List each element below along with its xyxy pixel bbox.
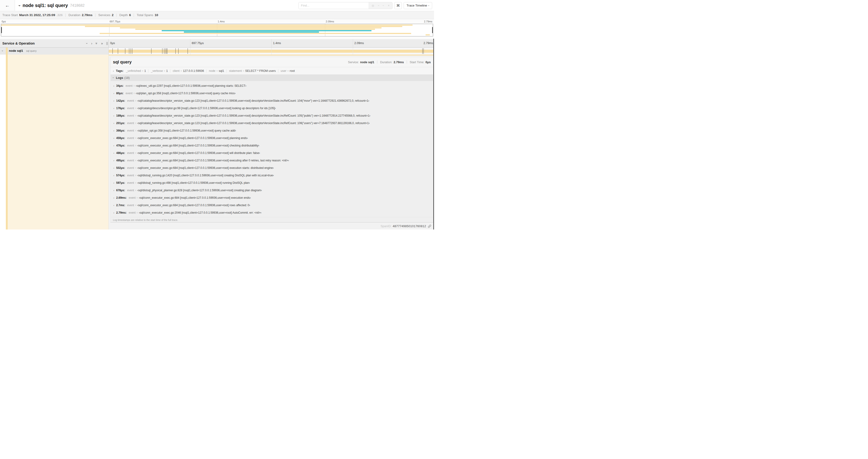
span-row-name-cell[interactable]: › node sql1 sql query — [0, 47, 109, 55]
span-detail-zone: sql query Service:node sql1 Duration:2.7… — [0, 55, 434, 230]
log-row[interactable]: ›2.7ms:event=‹sql/conn_executor_exec.go:… — [111, 201, 433, 209]
minimap-span-bar — [100, 33, 411, 34]
minimap-ruler-label: 2.09ms — [326, 20, 334, 23]
expand-one-icon[interactable]: › — [91, 41, 92, 45]
span-collapse-icon[interactable]: › — [1, 51, 4, 51]
log-expand-icon[interactable]: › — [114, 196, 116, 199]
span-id-value: 4877749850101760812 — [393, 224, 426, 228]
minimap-left-handle[interactable] — [1, 27, 2, 33]
log-field-key: event — [127, 174, 134, 177]
log-expand-icon[interactable]: › — [114, 189, 116, 192]
summary-label: Duration — [68, 13, 80, 17]
detail-left-gutter — [0, 55, 109, 230]
log-row[interactable]: ›2.79ms:event=‹sql/conn_executor_exec.go… — [111, 209, 433, 217]
log-field-value: ‹sql/conn_executor_exec.go:2046 [nsql1,c… — [139, 211, 261, 214]
find-prev-icon[interactable]: › — [377, 5, 380, 6]
equals-sign: = — [287, 69, 289, 72]
minimap-span-bar — [85, 26, 402, 27]
log-row[interactable]: ›189μs:event=‹sql/catalog/lease/descript… — [111, 112, 433, 120]
log-row[interactable]: ›597μs:event=‹sql/distsql_running.go:498… — [111, 179, 433, 187]
collapse-all-icon[interactable]: » — [95, 42, 98, 44]
log-expand-icon[interactable]: › — [114, 174, 116, 177]
ruler-tick-label: 2.79ms — [424, 41, 433, 45]
log-expand-icon[interactable]: › — [114, 92, 116, 95]
minimap-span-bar — [120, 27, 381, 28]
deep-link-icon[interactable] — [428, 225, 431, 228]
tag-value: root — [290, 69, 295, 72]
minimap-canvas[interactable] — [1, 24, 433, 36]
find-input[interactable] — [299, 2, 369, 9]
log-row[interactable]: ›176μs:event=‹sql/catalog/descs/descript… — [111, 104, 433, 112]
log-row[interactable]: ›495μs:event=‹sql/conn_executor_exec.go:… — [111, 157, 433, 164]
log-expand-icon[interactable]: › — [114, 211, 116, 214]
span-row-bar-cell[interactable] — [109, 47, 434, 55]
log-expand-icon[interactable]: › — [114, 204, 116, 207]
ruler-tick-label: 0μs — [109, 39, 190, 47]
trace-timeline-page: ← › node sql1: sql query 7418682 ◎ › › ×… — [0, 0, 434, 230]
log-row[interactable]: ›574μs:event=‹sql/distsql_running.go:142… — [111, 172, 433, 179]
tag-key: client — [173, 69, 180, 72]
minimap-right-handle[interactable] — [432, 27, 433, 33]
log-expand-icon[interactable]: › — [114, 167, 116, 169]
log-row[interactable]: ›502μs:event=‹sql/conn_executor_exec.go:… — [111, 164, 433, 172]
log-marker-tick — [178, 48, 179, 54]
log-field-value: ‹sql/plan_opt.go:358 [nsql1,client=127.0… — [136, 92, 236, 95]
log-expand-icon[interactable]: › — [114, 129, 116, 132]
log-expand-icon[interactable]: › — [114, 144, 116, 147]
view-selector-button[interactable]: Trace Timeline › — [404, 2, 432, 9]
log-expand-icon[interactable]: › — [114, 99, 116, 102]
collapse-one-icon[interactable]: › — [85, 43, 89, 44]
log-row[interactable]: ›476μs:event=‹sql/conn_executor_exec.go:… — [111, 142, 433, 149]
log-timestamp: 80μs: — [116, 92, 123, 95]
minimap-span-bar — [162, 30, 371, 31]
detail-panel-area: sql query Service:node sql1 Duration:2.7… — [109, 55, 434, 230]
span-id-row: SpanID: 4877749850101760812 — [380, 224, 431, 228]
command-icon: ⌘ — [397, 3, 400, 8]
summary-value-fraction: .326 — [57, 13, 63, 17]
logs-collapse-icon[interactable]: › — [112, 77, 115, 78]
log-expand-icon[interactable]: › — [114, 152, 116, 154]
back-button[interactable]: ← — [0, 0, 15, 11]
log-row[interactable]: ›34μs:event=‹sql/exec_util.go:2297 [nsql… — [111, 82, 433, 90]
tags-row[interactable]: › Tags: _unfinished=1_verbose=1client=12… — [111, 67, 433, 74]
vertical-scrollbar[interactable] — [433, 39, 434, 230]
tag-item: _verbose=1 — [151, 69, 168, 72]
log-field-value: ‹sql/distsql_running.go:1420 [nsql1,clie… — [137, 174, 274, 177]
log-expand-icon[interactable]: › — [114, 182, 116, 184]
log-field-value: ‹sql/conn_executor_exec.go:684 [nsql1,cl… — [137, 204, 250, 207]
start-time-value: 0μs — [426, 60, 431, 64]
log-row[interactable]: ›201μs:event=‹sql/catalog/lease/descript… — [111, 120, 433, 127]
trace-collapse-icon[interactable]: › — [17, 5, 22, 6]
expand-all-icon[interactable]: » — [101, 41, 103, 45]
logs-header[interactable]: › Logs (18) — [111, 74, 433, 81]
log-timestamp: 2.69ms: — [116, 196, 127, 199]
log-row[interactable]: ›2.69ms:event=‹sql/conn_executor_exec.go… — [111, 194, 433, 201]
locate-icon[interactable]: ◎ — [372, 4, 374, 7]
log-row[interactable]: ›142μs:event=‹sql/catalog/lease/descript… — [111, 97, 433, 104]
log-expand-icon[interactable]: › — [114, 107, 116, 110]
log-marker-tick — [167, 48, 167, 54]
log-row[interactable]: ›678μs:event=‹sql/distsql_physical_plann… — [111, 187, 433, 194]
log-expand-icon[interactable]: › — [114, 122, 116, 125]
keyboard-shortcuts-button[interactable]: ⌘ — [394, 2, 402, 9]
column-resizer-handle[interactable] — [106, 42, 108, 45]
minimap-span-bar — [426, 34, 430, 35]
log-expand-icon[interactable]: › — [114, 114, 116, 117]
equals-sign: = — [135, 122, 136, 125]
summary-item: Duration2.79ms — [68, 13, 92, 17]
logs-count: (18) — [124, 76, 130, 79]
tags-expand-icon[interactable]: › — [113, 69, 114, 72]
log-row[interactable]: ›486μs:event=‹sql/conn_executor_exec.go:… — [111, 149, 433, 157]
log-expand-icon[interactable]: › — [114, 85, 116, 87]
log-row[interactable]: ›366μs:event=‹sql/plan_opt.go:358 [nsql1… — [111, 127, 433, 134]
find-next-icon[interactable]: › — [382, 5, 385, 6]
log-row[interactable]: ›80μs:event=‹sql/plan_opt.go:358 [nsql1,… — [111, 90, 433, 97]
log-field-key: event — [129, 211, 135, 214]
find-clear-icon[interactable]: × — [388, 4, 390, 7]
log-expand-icon[interactable]: › — [114, 137, 116, 139]
log-expand-icon[interactable]: › — [114, 159, 116, 162]
log-row[interactable]: ›459μs:event=‹sql/conn_executor_exec.go:… — [111, 134, 433, 142]
trace-title: node sql1: sql query — [23, 3, 68, 8]
tag-separator — [278, 69, 278, 72]
equals-sign: = — [216, 69, 218, 72]
